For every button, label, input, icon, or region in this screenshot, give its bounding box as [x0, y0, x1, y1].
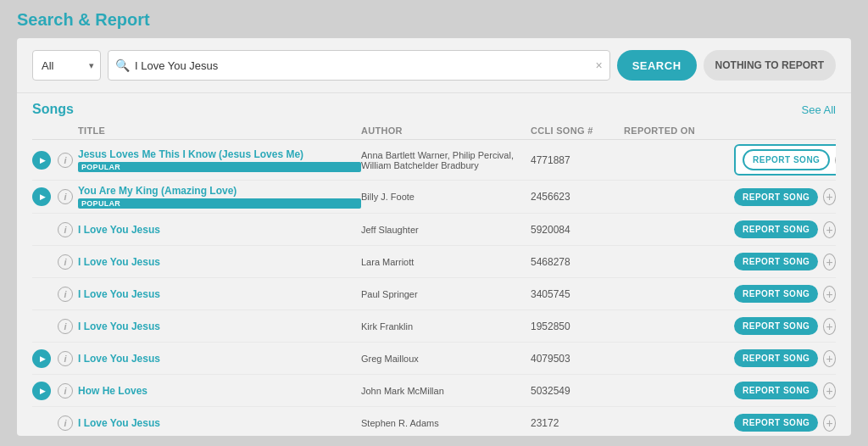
actions-cell: REPORT SONG+ — [734, 414, 836, 432]
author-cell: Lara Marriott — [361, 257, 531, 267]
add-button[interactable]: + — [823, 318, 836, 335]
info-button[interactable]: i — [58, 383, 73, 399]
table-row: iI Love You JesusLara Marriott5468278REP… — [32, 246, 836, 278]
col-ccli: CCLI SONG # — [531, 125, 624, 136]
author-cell: Kirk Franklin — [361, 321, 531, 332]
table-body: ▶iJesus Loves Me This I Know (Jesus Love… — [32, 140, 836, 436]
report-song-button[interactable]: REPORT SONG — [743, 149, 830, 170]
report-song-button[interactable]: REPORT SONG — [734, 414, 818, 432]
report-song-button[interactable]: REPORT SONG — [734, 285, 818, 303]
play-button[interactable]: ▶ — [32, 187, 51, 206]
info-button[interactable]: i — [58, 415, 73, 431]
songs-label: Songs — [32, 102, 74, 117]
song-title[interactable]: I Love You Jesus — [78, 353, 361, 365]
table-row: ▶iI Love You JesusGreg Mailloux4079503RE… — [32, 343, 836, 375]
author-cell: Stephen R. Adams — [361, 418, 531, 428]
play-button[interactable]: ▶ — [32, 151, 51, 170]
report-song-button[interactable]: REPORT SONG — [734, 253, 818, 270]
report-song-button[interactable]: REPORT SONG — [734, 188, 818, 206]
col-author: AUTHOR — [361, 125, 531, 136]
add-button[interactable]: + — [823, 382, 836, 399]
ccli-cell: 4771887 — [531, 154, 624, 166]
ccli-cell: 5468278 — [531, 256, 624, 268]
report-song-button[interactable]: REPORT SONG — [734, 220, 818, 238]
actions-cell: REPORT SONG+ — [734, 349, 836, 367]
song-title[interactable]: I Love You Jesus — [78, 321, 361, 332]
play-button[interactable]: ▶ — [32, 382, 51, 400]
table-row: iI Love You JesusStephen R. Adams23172RE… — [32, 407, 836, 436]
add-button[interactable]: + — [835, 152, 836, 169]
search-input[interactable] — [135, 59, 590, 72]
actions-cell: REPORT SONG+ — [734, 253, 836, 270]
search-button[interactable]: SEARCH — [617, 50, 697, 81]
ccli-cell: 5920084 — [531, 224, 624, 236]
info-button[interactable]: i — [58, 222, 73, 237]
info-button[interactable]: i — [58, 287, 73, 302]
table-header: TITLE AUTHOR CCLI SONG # REPORTED ON — [32, 122, 836, 140]
add-button[interactable]: + — [823, 221, 836, 238]
nothing-to-report-button[interactable]: NOTHING TO REPORT — [704, 50, 836, 81]
main-container: Search & Report All Title Author CCLI # … — [0, 0, 868, 446]
info-button[interactable]: i — [58, 189, 73, 204]
add-button[interactable]: + — [823, 286, 836, 303]
actions-cell: REPORT SONG+ — [734, 285, 836, 303]
info-button[interactable]: i — [58, 153, 73, 168]
info-button[interactable]: i — [58, 351, 73, 366]
actions-cell: REPORT SONG+ — [734, 220, 836, 238]
add-button[interactable]: + — [823, 188, 836, 205]
add-button[interactable]: + — [823, 415, 836, 432]
ccli-cell: 23172 — [531, 417, 624, 429]
table-row: ▶iHow He LovesJohn Mark McMillan5032549R… — [32, 375, 836, 407]
report-song-button[interactable]: REPORT SONG — [734, 349, 818, 367]
author-cell: Jeff Slaughter — [361, 225, 531, 235]
see-all-link[interactable]: See All — [802, 103, 836, 116]
song-title[interactable]: How He Loves — [78, 385, 361, 397]
info-button[interactable]: i — [58, 319, 73, 334]
song-title[interactable]: I Love You Jesus — [78, 256, 361, 268]
search-input-wrapper: 🔍 × — [108, 50, 610, 81]
page-title: Search & Report — [17, 10, 851, 30]
table-row: iI Love You JesusKirk Franklin1952850REP… — [32, 310, 836, 343]
play-icon: ▶ — [40, 156, 46, 164]
song-title[interactable]: I Love You Jesus — [78, 224, 361, 236]
play-icon: ▶ — [40, 387, 46, 395]
category-dropdown[interactable]: All Title Author CCLI # — [32, 50, 101, 81]
table-row: ▶iJesus Loves Me This I Know (Jesus Love… — [32, 140, 836, 181]
popular-badge: POPULAR — [78, 162, 361, 172]
author-cell: Billy J. Foote — [361, 192, 531, 202]
actions-cell: REPORT SONG+ — [734, 188, 836, 206]
ccli-cell: 4079503 — [531, 353, 624, 365]
play-button[interactable]: ▶ — [32, 349, 51, 368]
ccli-cell: 3405745 — [531, 288, 624, 300]
add-button[interactable]: + — [823, 350, 836, 367]
popular-badge: POPULAR — [78, 198, 361, 209]
songs-section: Songs See All TITLE AUTHOR CCLI SONG # R… — [17, 93, 851, 436]
song-title[interactable]: I Love You Jesus — [78, 288, 361, 300]
ccli-cell: 1952850 — [531, 321, 624, 332]
play-icon: ▶ — [40, 192, 46, 201]
table-row: iI Love You JesusPaul Springer3405745REP… — [32, 278, 836, 310]
actions-cell: REPORT SONG+ — [734, 382, 836, 399]
ccli-cell: 2456623 — [531, 191, 624, 203]
play-icon: ▶ — [40, 354, 46, 363]
table-row: ▶iYou Are My King (Amazing Love)POPULARB… — [32, 181, 836, 214]
add-button[interactable]: + — [823, 254, 836, 270]
author-cell: Greg Mailloux — [361, 354, 531, 364]
info-button[interactable]: i — [58, 254, 73, 270]
search-icon: 🔍 — [115, 59, 130, 72]
author-cell: Anna Bartlett Warner, Philip Percival, W… — [361, 150, 531, 170]
report-song-button[interactable]: REPORT SONG — [734, 317, 818, 335]
actions-cell: REPORT SONG+ — [734, 317, 836, 335]
col-reported: REPORTED ON — [624, 125, 734, 136]
song-title[interactable]: Jesus Loves Me This I Know (Jesus Loves … — [78, 148, 361, 160]
song-title[interactable]: You Are My King (Amazing Love) — [78, 185, 361, 197]
author-cell: John Mark McMillan — [361, 386, 531, 396]
actions-cell: REPORT SONG+ — [734, 144, 836, 176]
table-row: iI Love You JesusJeff Slaughter5920084RE… — [32, 214, 836, 246]
author-cell: Paul Springer — [361, 289, 531, 299]
song-title[interactable]: I Love You Jesus — [78, 417, 361, 429]
col-title: TITLE — [78, 125, 361, 136]
clear-icon[interactable]: × — [595, 59, 602, 72]
report-song-button[interactable]: REPORT SONG — [734, 382, 818, 399]
content-area: All Title Author CCLI # ▾ 🔍 × SEARCH NOT… — [17, 38, 851, 436]
